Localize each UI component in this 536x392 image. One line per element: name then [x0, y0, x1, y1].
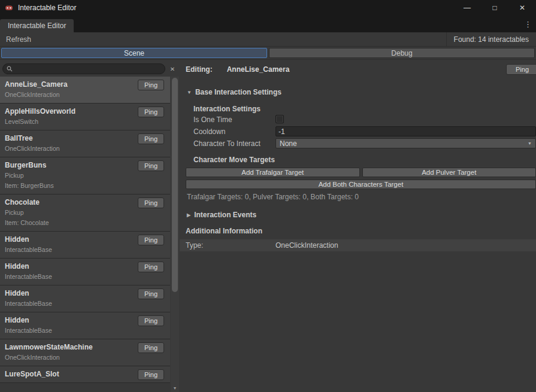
foldout-closed-icon: ▶ — [187, 212, 190, 218]
list-item-type: InteractableBase — [5, 272, 165, 282]
titlebar: Interactable Editor — □ ✕ — [0, 0, 536, 16]
ping-button[interactable]: Ping — [138, 160, 164, 171]
found-count: Found: 14 interactables — [446, 32, 536, 46]
ping-button[interactable]: Ping — [138, 197, 164, 208]
add-trafalgar-target-button[interactable]: Add Trafalgar Target — [186, 168, 360, 177]
tab-debug[interactable]: Debug — [269, 48, 535, 58]
ping-button[interactable]: Ping — [138, 107, 164, 117]
inspector-ping-button[interactable]: Ping — [506, 64, 536, 75]
foldout-label: Interaction Events — [194, 211, 256, 219]
list-item[interactable]: LawnmowerStateMachineOneClickInteraction… — [0, 339, 170, 366]
cooldown-label: Cooldown — [193, 127, 225, 136]
list-item-type: LevelSwitch — [5, 117, 165, 127]
close-button[interactable]: ✕ — [508, 0, 536, 16]
chevron-down-icon: ▼ — [528, 141, 532, 145]
minimize-button[interactable]: — — [453, 0, 481, 16]
list-item[interactable]: LureSpotA_SlotPing — [0, 366, 170, 383]
ping-button[interactable]: Ping — [138, 288, 164, 299]
toolbar: Refresh Found: 14 interactables — [0, 32, 536, 47]
add-pulver-target-button[interactable]: Add Pulver Target — [362, 168, 536, 177]
search-box — [2, 63, 165, 74]
interactables-panel: ✕ AnneLise_CameraOneClickInteractionPing… — [0, 60, 180, 392]
list-item[interactable]: BallTreeOneClickInteractionPing — [0, 130, 170, 157]
inspector-panel: Editing: AnneLise_Camera Ping ▼ Base Int… — [180, 60, 536, 392]
list-item-type: OneClickInteraction — [5, 353, 165, 363]
ping-button[interactable]: Ping — [138, 262, 164, 272]
list-item[interactable]: HiddenInteractableBasePing — [0, 285, 170, 312]
window-title: Interactable Editor — [18, 4, 76, 12]
tab-interactable-editor[interactable]: Interactable Editor — [0, 19, 74, 32]
character-to-interact-dropdown[interactable]: None ▼ — [275, 138, 536, 148]
list-item[interactable]: HiddenInteractableBasePing — [0, 312, 170, 339]
refresh-button[interactable]: Refresh — [5, 34, 36, 45]
interactable-list: AnneLise_CameraOneClickInteractionPingAp… — [0, 77, 170, 392]
ping-button[interactable]: Ping — [138, 80, 164, 90]
foldout-label: Base Interaction Settings — [195, 88, 281, 96]
foldout-base-interaction-settings[interactable]: ▼ Base Interaction Settings — [187, 88, 281, 96]
list-item-detail: Item: Chocolate — [5, 218, 165, 228]
list-item-type: InteractableBase — [5, 245, 165, 255]
editor-tabstrip: Interactable Editor ⋮ — [0, 16, 536, 32]
type-label: Type: — [186, 241, 203, 250]
view-tabs: Scene Debug — [0, 47, 536, 60]
list-item-type: Pickup — [5, 171, 165, 181]
is-one-time-checkbox[interactable] — [275, 115, 284, 123]
search-input[interactable] — [15, 65, 161, 72]
clear-search-icon[interactable]: ✕ — [168, 64, 177, 74]
list-item-type: InteractableBase — [5, 299, 165, 309]
editing-label: Editing: — [186, 65, 213, 74]
character-to-interact-label: Character To Interact — [193, 139, 261, 148]
maximize-button[interactable]: □ — [481, 0, 508, 16]
interaction-settings-header: Interaction Settings — [193, 105, 261, 113]
cooldown-input[interactable] — [275, 126, 536, 136]
ping-button[interactable]: Ping — [138, 369, 164, 380]
character-move-targets-header: Character Move Targets — [193, 156, 275, 164]
list-item-detail: Item: BurgerBuns — [5, 181, 165, 191]
editing-row: Editing: AnneLise_Camera Ping — [186, 64, 536, 75]
targets-summary: Trafalgar Targets: 0, Pulver Targets: 0,… — [187, 193, 359, 201]
list-item-type: OneClickInteraction — [5, 90, 165, 100]
foldout-interaction-events[interactable]: ▶ Interaction Events — [187, 211, 256, 219]
list-item[interactable]: BurgerBunsPickupItem: BurgerBunsPing — [0, 157, 170, 195]
list-item-type: InteractableBase — [5, 326, 165, 336]
foldout-open-icon: ▼ — [187, 90, 192, 95]
ping-button[interactable]: Ping — [138, 315, 164, 326]
search-icon — [7, 66, 13, 72]
type-row: Type: OneClickInteraction — [180, 239, 536, 251]
tab-scene[interactable]: Scene — [1, 48, 267, 58]
list-item[interactable]: HiddenInteractableBasePing — [0, 232, 170, 259]
list-item[interactable]: AnneLise_CameraOneClickInteractionPing — [0, 77, 170, 104]
app-icon — [5, 4, 13, 12]
target-button-row: Add Trafalgar Target Add Pulver Target — [186, 168, 536, 177]
is-one-time-label: Is One Time — [193, 116, 232, 124]
search-row: ✕ — [2, 63, 177, 74]
editing-value: AnneLise_Camera — [227, 65, 290, 74]
dropdown-value: None — [280, 139, 297, 148]
ping-button[interactable]: Ping — [138, 342, 164, 353]
tab-label: Interactable Editor — [8, 22, 66, 30]
additional-information-header: Additional Information — [186, 227, 262, 235]
list-item[interactable]: AppleHillsOverworldLevelSwitchPing — [0, 104, 170, 130]
window-controls: — □ ✕ — [453, 0, 536, 16]
scroll-down-icon[interactable]: ▼ — [171, 384, 179, 391]
kebab-menu-icon[interactable]: ⋮ — [520, 20, 536, 29]
ping-button[interactable]: Ping — [138, 235, 164, 245]
list-item-type: OneClickInteraction — [5, 144, 165, 154]
scrollbar[interactable]: ▼ — [171, 77, 179, 392]
type-value: OneClickInteraction — [275, 241, 338, 250]
add-both-characters-target-button[interactable]: Add Both Characters Target — [186, 180, 536, 189]
list-item[interactable]: HiddenInteractableBasePing — [0, 259, 170, 285]
scrollbar-thumb[interactable] — [172, 78, 178, 292]
ping-button[interactable]: Ping — [138, 133, 164, 144]
list-item[interactable]: ChocolatePickupItem: ChocolatePing — [0, 195, 170, 232]
list-item-type: Pickup — [5, 208, 165, 218]
